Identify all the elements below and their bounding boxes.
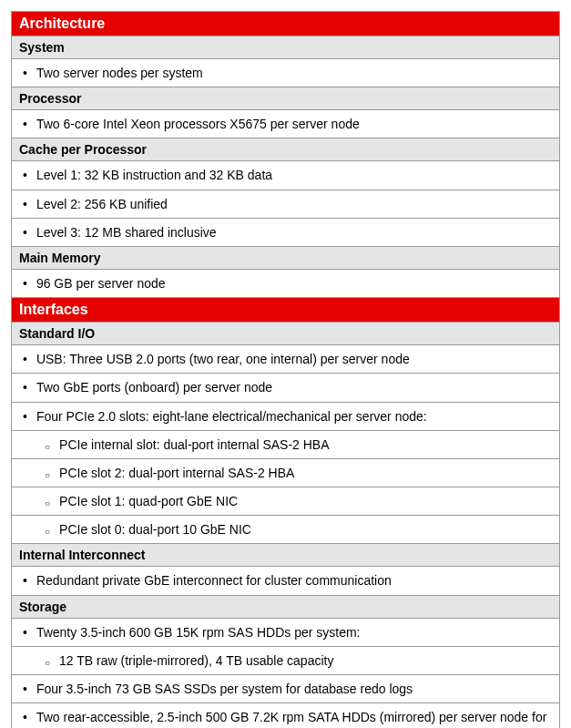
- spec-row: •Two 6-core Intel Xeon processors X5675 …: [12, 110, 560, 138]
- bullet-icon: •: [19, 709, 36, 725]
- subsection-header: Cache per Processor: [12, 138, 560, 161]
- spec-text: Two GbE ports (onboard) per server node: [36, 379, 552, 395]
- spec-row: •Four PCIe 2.0 slots: eight-lane electri…: [12, 402, 560, 430]
- spec-row: ○PCIe slot 1: quad-port GbE NIC: [12, 487, 560, 516]
- spec-text: Two rear-accessible, 2.5-inch 500 GB 7.2…: [36, 709, 552, 728]
- section-header: Architecture: [12, 12, 560, 36]
- spec-text: PCIe slot 0: dual-port 10 GbE NIC: [59, 521, 552, 538]
- spec-row: •Two rear-accessible, 2.5-inch 500 GB 7.…: [12, 703, 560, 728]
- spec-row: •Level 2: 256 KB unified: [12, 190, 560, 218]
- spec-text: 96 GB per server node: [36, 275, 552, 292]
- subsection-header: System: [12, 36, 560, 59]
- bullet-icon: •: [19, 408, 36, 425]
- spec-text: PCIe internal slot: dual-port internal S…: [59, 436, 552, 453]
- spec-text: USB: Three USB 2.0 ports (two rear, one …: [36, 351, 552, 367]
- spec-row: •Redundant private GbE interconnect for …: [12, 567, 560, 595]
- subsection-header: Internal Interconnect: [12, 544, 560, 567]
- bullet-icon: •: [19, 275, 36, 292]
- spec-text: Twenty 3.5-inch 600 GB 15K rpm SAS HDDs …: [36, 624, 552, 641]
- spec-row: ○PCIe internal slot: dual-port internal …: [12, 430, 560, 458]
- spec-row: •Two server nodes per system: [12, 59, 560, 87]
- bullet-icon: ○: [19, 465, 59, 481]
- bullet-icon: •: [19, 167, 36, 183]
- spec-text: Four PCIe 2.0 slots: eight-lane electric…: [36, 408, 552, 425]
- bullet-icon: •: [19, 681, 36, 697]
- bullet-icon: ○: [19, 652, 59, 669]
- bullet-icon: •: [19, 379, 36, 395]
- bullet-icon: •: [19, 65, 36, 81]
- bullet-icon: •: [19, 196, 36, 212]
- spec-row: •Level 3: 12 MB shared inclusive: [12, 218, 560, 246]
- spec-text: PCIe slot 2: dual-port internal SAS-2 HB…: [59, 465, 552, 481]
- spec-row: ○12 TB raw (triple-mirrored), 4 TB usabl…: [12, 646, 560, 674]
- spec-text: Level 1: 32 KB instruction and 32 KB dat…: [36, 167, 552, 183]
- spec-text: Level 3: 12 MB shared inclusive: [36, 224, 552, 241]
- spec-row: ○PCIe slot 0: dual-port 10 GbE NIC: [12, 516, 560, 544]
- bullet-icon: •: [19, 572, 36, 589]
- bullet-icon: •: [19, 224, 36, 241]
- spec-row: ○PCIe slot 2: dual-port internal SAS-2 H…: [12, 458, 560, 487]
- bullet-icon: ○: [19, 493, 59, 509]
- spec-text: 12 TB raw (triple-mirrored), 4 TB usable…: [59, 652, 552, 669]
- subsection-header: Standard I/O: [12, 323, 560, 345]
- spec-row: •USB: Three USB 2.0 ports (two rear, one…: [12, 345, 560, 374]
- spec-text: Redundant private GbE interconnect for c…: [36, 572, 552, 589]
- spec-text: PCIe slot 1: quad-port GbE NIC: [59, 493, 552, 509]
- spec-text: Two 6-core Intel Xeon processors X5675 p…: [36, 116, 552, 132]
- spec-text: Two server nodes per system: [36, 65, 552, 81]
- bullet-icon: ○: [19, 521, 59, 538]
- subsection-header: Processor: [12, 87, 560, 110]
- spec-row: •Four 3.5-inch 73 GB SAS SSDs per system…: [12, 675, 560, 703]
- spec-row: •Two GbE ports (onboard) per server node: [12, 374, 560, 402]
- subsection-header: Storage: [12, 595, 560, 618]
- spec-row: •Twenty 3.5-inch 600 GB 15K rpm SAS HDDs…: [12, 618, 560, 646]
- spec-text: Level 2: 256 KB unified: [36, 196, 552, 212]
- section-header: Interfaces: [12, 298, 560, 323]
- bullet-icon: •: [19, 116, 36, 132]
- spec-row: •96 GB per server node: [12, 269, 560, 297]
- subsection-header: Main Memory: [12, 246, 560, 269]
- spec-text: Four 3.5-inch 73 GB SAS SSDs per system …: [36, 681, 552, 697]
- spec-row: •Level 1: 32 KB instruction and 32 KB da…: [12, 161, 560, 190]
- spec-table: ArchitectureSystem•Two server nodes per …: [11, 11, 560, 728]
- bullet-icon: •: [19, 624, 36, 641]
- bullet-icon: •: [19, 351, 36, 367]
- bullet-icon: ○: [19, 436, 59, 453]
